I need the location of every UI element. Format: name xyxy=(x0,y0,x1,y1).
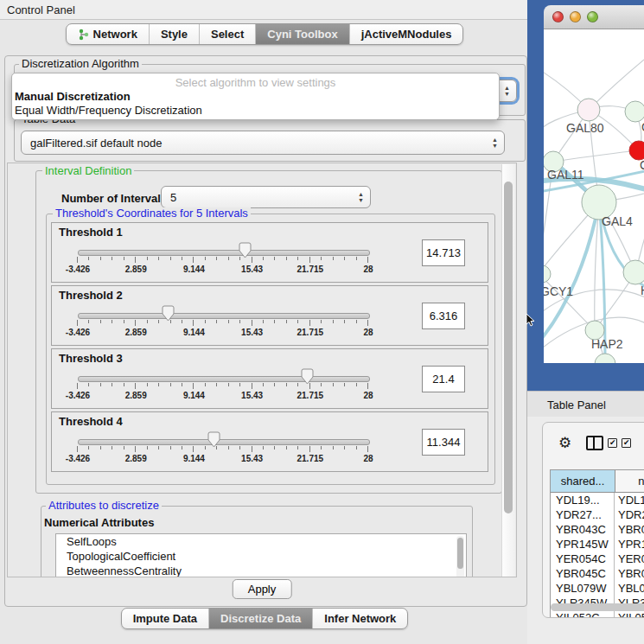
attributes-group-title: Attributes to discretize xyxy=(46,500,162,511)
tick-mark xyxy=(356,320,357,323)
network-node[interactable] xyxy=(623,260,644,284)
tick-mark xyxy=(147,383,148,386)
table-row[interactable]: YPR145WYPR145W xyxy=(551,537,644,552)
cell-name[interactable]: YDL19... xyxy=(615,493,644,507)
threshold-slider-track[interactable] xyxy=(78,376,370,382)
list-scrollbar[interactable] xyxy=(456,536,464,577)
cell-shared-name[interactable]: YER054C xyxy=(551,552,615,566)
apply-button[interactable]: Apply xyxy=(233,579,292,599)
split-columns-icon[interactable] xyxy=(586,436,603,450)
table-row[interactable]: YBR045CYBR045C xyxy=(551,566,644,581)
cell-name[interactable]: YER054C xyxy=(615,552,644,566)
cell-shared-name[interactable]: YDL19... xyxy=(551,493,615,507)
cell-shared-name[interactable]: YPR145W xyxy=(551,537,615,552)
list-item-selfloops[interactable]: SelfLoops xyxy=(56,534,466,549)
dropdown-item-manual-discretization[interactable]: Manual Discretization xyxy=(12,90,499,104)
tick-mark xyxy=(297,320,298,323)
cell-name[interactable]: YBR045C xyxy=(615,566,644,581)
threshold-value-field[interactable]: 11.344 xyxy=(422,429,465,456)
cell-name[interactable]: YIL052C xyxy=(615,610,644,618)
network-node[interactable] xyxy=(625,101,644,122)
tick-label: 9.144 xyxy=(183,454,205,463)
tick-mark xyxy=(297,446,298,450)
threshold-slider-track[interactable] xyxy=(78,313,370,319)
table-toolbar: ⚙ ✔ ✔ xyxy=(543,423,644,462)
mouse-cursor xyxy=(526,313,536,327)
cell-shared-name[interactable]: YBR045C xyxy=(551,566,615,581)
tab-style[interactable]: Style xyxy=(149,24,199,44)
network-canvas[interactable]: GAL80GGAL11CGAL4GCY1HHAP2 xyxy=(544,29,644,363)
list-item-topologicalcoefficient[interactable]: TopologicalCoefficient xyxy=(56,549,466,564)
cell-shared-name[interactable]: YDR27... xyxy=(551,507,615,522)
table-row[interactable]: YDR27...YDR27... xyxy=(551,507,644,522)
cell-shared-name[interactable]: YIL052C xyxy=(551,610,615,618)
tick-mark xyxy=(286,320,287,323)
close-traffic-light-icon[interactable] xyxy=(552,11,564,22)
cell-name[interactable]: YBR043C xyxy=(615,522,644,537)
settings-scroll-pane: Interval Definition Number of Intervals … xyxy=(7,163,517,577)
cell-name[interactable]: YDR27... xyxy=(615,507,644,522)
table-panel-title: Table Panel xyxy=(547,399,606,411)
tab-discretize-data[interactable]: Discretize Data xyxy=(208,609,312,628)
tick-mark xyxy=(100,383,101,386)
column-header-name[interactable]: name xyxy=(615,470,644,492)
dropdown-item-equal-width-frequency[interactable]: Equal Width/Frequency Discretization xyxy=(12,104,499,118)
table-header-row: shared... name xyxy=(551,470,644,493)
network-window-titlebar[interactable] xyxy=(544,5,644,29)
cell-shared-name[interactable]: YBL079W xyxy=(551,581,615,596)
network-node[interactable] xyxy=(595,354,615,363)
table-row[interactable]: YDL19...YDL19... xyxy=(551,493,644,507)
list-item-betweennesscentrality[interactable]: BetweennessCentrality xyxy=(56,564,466,577)
tab-network[interactable]: Network xyxy=(67,24,149,44)
threshold-value-field[interactable]: 14.713 xyxy=(422,239,465,266)
tab-infer-network[interactable]: Infer Network xyxy=(312,609,407,628)
network-node[interactable] xyxy=(577,99,600,121)
table-row[interactable]: YBR043CYBR043C xyxy=(551,522,644,537)
threshold-slider-thumb[interactable] xyxy=(162,305,175,322)
tab-impute-data[interactable]: Impute Data xyxy=(122,609,208,628)
cell-shared-name[interactable]: YBR043C xyxy=(551,522,615,537)
tab-cyni-toolbox[interactable]: Cyni Toolbox xyxy=(255,24,348,44)
table-row[interactable]: YER054CYER054C xyxy=(551,552,644,566)
cell-name[interactable]: YPR145W xyxy=(615,537,644,552)
number-of-intervals-combo[interactable]: 5 ▲▼ xyxy=(161,186,371,208)
checkbox-icon[interactable]: ✔ xyxy=(608,438,617,448)
checkbox-icon[interactable]: ✔ xyxy=(622,438,631,448)
cell-name[interactable]: YBL079W xyxy=(615,581,644,596)
node-label-h: H xyxy=(641,284,644,297)
threshold-slider-track[interactable] xyxy=(78,439,370,445)
tab-network-label: Network xyxy=(93,28,137,41)
threshold-slider-thumb[interactable] xyxy=(301,368,314,385)
combo-arrows-icon: ▲▼ xyxy=(504,86,510,97)
tick-mark xyxy=(239,320,240,323)
tab-select[interactable]: Select xyxy=(199,24,255,44)
tick-mark xyxy=(367,320,368,326)
table-horizontal-scrollbar[interactable] xyxy=(551,603,644,611)
tick-mark xyxy=(286,383,287,386)
dropdown-prompt: Select algorithm to view settings xyxy=(12,75,499,90)
table-data-combo[interactable]: galFiltered.sif default node ▲▼ xyxy=(21,131,505,155)
tick-mark xyxy=(135,257,136,263)
settings-vertical-scrollbar[interactable] xyxy=(501,164,515,577)
tick-label: 21.715 xyxy=(297,391,324,400)
column-header-shared-name[interactable]: shared... xyxy=(551,470,615,492)
network-graph: GAL80GGAL11CGAL4GCY1HHAP2 xyxy=(544,29,644,363)
network-node[interactable] xyxy=(544,265,551,283)
numerical-attributes-list[interactable]: SelfLoopsTopologicalCoefficientBetweenne… xyxy=(55,533,467,577)
gear-icon[interactable]: ⚙ xyxy=(558,434,571,452)
tick-mark xyxy=(135,446,136,452)
network-node[interactable] xyxy=(629,141,644,160)
zoom-traffic-light-icon[interactable] xyxy=(587,11,598,22)
table-row[interactable]: YIL052CYIL052C xyxy=(551,610,644,618)
threshold-slider-thumb[interactable] xyxy=(239,242,252,258)
tab-jactivemnodules[interactable]: jActiveMNodules xyxy=(349,24,463,44)
table-row[interactable]: YBL079WYBL079W xyxy=(551,581,644,596)
threshold-slider-track[interactable] xyxy=(78,250,370,256)
tick-mark xyxy=(77,320,78,326)
tick-mark xyxy=(112,383,112,386)
tick-mark xyxy=(77,383,78,389)
threshold-value-field[interactable]: 6.316 xyxy=(422,303,465,329)
minimize-traffic-light-icon[interactable] xyxy=(570,11,581,22)
threshold-slider-thumb[interactable] xyxy=(207,431,220,448)
threshold-value-field[interactable]: 21.4 xyxy=(422,366,465,392)
